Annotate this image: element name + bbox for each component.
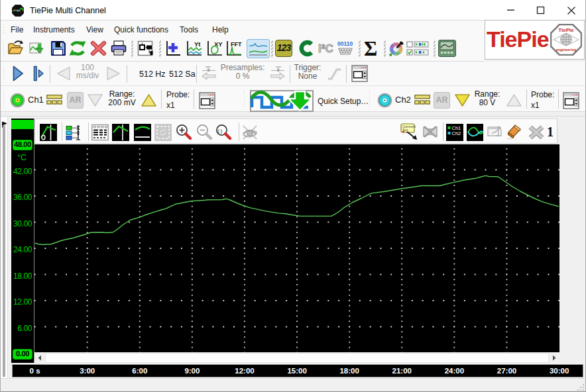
svg-text:FFT: FFT bbox=[231, 41, 242, 48]
svg-text:I²C: I²C bbox=[318, 42, 333, 55]
svg-text:Yt: Yt bbox=[194, 40, 201, 48]
svg-text:Σ: Σ bbox=[364, 40, 377, 57]
svg-text:TiePie: TiePie bbox=[558, 27, 574, 33]
svg-text:engineering: engineering bbox=[556, 48, 577, 52]
svg-text:Ch2: Ch2 bbox=[452, 130, 461, 136]
svg-text:(:): (:) bbox=[217, 128, 223, 134]
svg-text:00110: 00110 bbox=[337, 40, 353, 47]
